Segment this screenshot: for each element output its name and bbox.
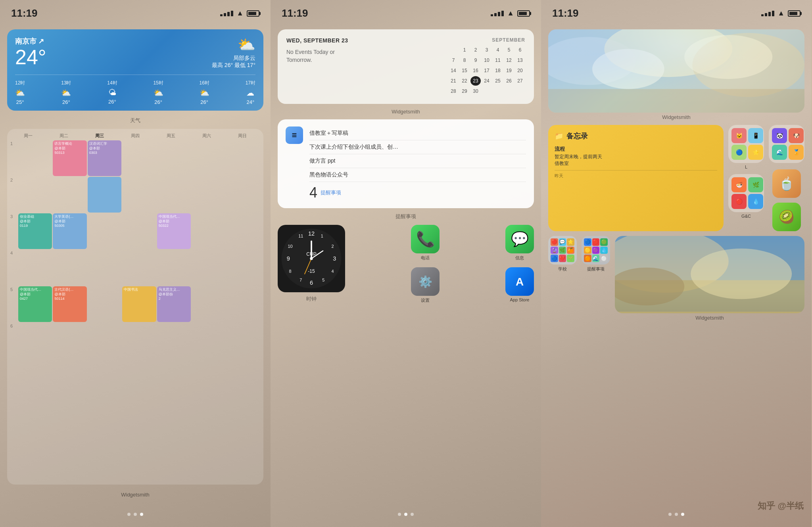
folder-L[interactable]: 🐱 📱 🔵 ⭐: [728, 125, 764, 163]
svg-text:2: 2: [331, 244, 334, 249]
messages-app-icon[interactable]: 💬 信息: [505, 225, 534, 261]
folder-reminders[interactable]: 🔵 🔴 🟢 🟡 🟣 💧 🟠 🌊 ⚪: [582, 236, 610, 264]
page-dot[interactable]: [675, 513, 678, 516]
weather-desc: 局部多云: [212, 55, 255, 62]
battery-icon-1: [247, 10, 259, 17]
page-dot-active[interactable]: [404, 513, 407, 516]
status-time-1: 11:19: [11, 7, 38, 19]
folder-L-label: L: [745, 165, 747, 169]
reminders-content: 借教室＋写草稿 下次课上介绍下创业小组成员、创… 做方言 ppt 黑色物语公众号…: [309, 126, 526, 201]
app-grid-col-right: 🐼 🐶 🌊 🏅 🍵 🥝: [769, 125, 804, 231]
svg-point-19: [310, 257, 313, 260]
notes-widget: 📁 备忘录 流程 暂定周末晚，提前两天借教室 昨天: [548, 125, 724, 231]
panel2-content: WED, SEPTEMBER 23 No Events Today orTomo…: [271, 24, 541, 503]
clock-label: 时钟: [306, 295, 317, 303]
panel1-content: 南京市 ↗ 24° ⛅ 局部多云 最高 26° 最低 17° 12时 ⛅ 25°: [0, 24, 271, 503]
svg-text:9: 9: [287, 255, 290, 262]
signal-icon-1: [220, 11, 233, 16]
watermark: 知乎 @半纸: [758, 500, 804, 512]
svg-text:10: 10: [288, 244, 293, 249]
bottom-painting-label: Widgetsmith: [615, 315, 804, 321]
ws-cal-month: SEPTEMBER: [446, 37, 525, 43]
weather-widget: 南京市 ↗ 24° ⛅ 局部多云 最高 26° 最低 17° 12时 ⛅ 25°: [7, 29, 263, 111]
table-row: 1 语言学概论@本部50313 汉语词汇学@本部0303: [10, 140, 260, 176]
notes-header: 📁 备忘录: [555, 131, 717, 141]
list-item: 做方言 ppt: [309, 154, 526, 168]
phone-panel-1: 11:19 ▲ 南京市 ↗ 24°: [0, 0, 271, 527]
ws-cal-left: WED, SEPTEMBER 23 No Events Today orTomo…: [286, 37, 440, 96]
wifi-icon-1: ▲: [236, 9, 244, 17]
single-app-icon-2[interactable]: 🥝: [772, 203, 801, 231]
weather-right: ⛅ 局部多云 最高 26° 最低 17°: [212, 36, 255, 69]
weather-hour-0: 12时 ⛅ 25°: [15, 80, 25, 105]
status-bar-3: 11:19 ▲: [541, 7, 812, 19]
page-dot[interactable]: [398, 513, 401, 516]
appstore-app-icon[interactable]: A App Store: [505, 267, 534, 302]
list-item: 流程 暂定周末晚，提前两天借教室: [555, 146, 717, 167]
page-dot[interactable]: [668, 513, 672, 516]
reminders-label-text: 提醒事项: [321, 189, 341, 196]
page-dots-2: [398, 513, 414, 516]
folder-right-top[interactable]: 🐼 🐶 🌊 🏅: [769, 125, 804, 163]
phone-panel-3: 11:19 ▲: [541, 0, 812, 527]
svg-text:3: 3: [333, 255, 336, 262]
clock-widget: 12 3 6 9 11 10 2 4 5 7 8 1 CUP: [278, 225, 345, 292]
page-dot[interactable]: [127, 513, 131, 516]
weather-hourly: 12时 ⛅ 25° 13时 ⛅ 26° 14时 🌤 26° 15时 ⛅: [15, 75, 255, 105]
page-dot-active[interactable]: [681, 513, 684, 516]
phone-icon: 📞: [411, 225, 440, 253]
timetable-body: 1 语言学概论@本部50313 汉语词汇学@本部0303 2: [10, 140, 260, 339]
settings-app-icon[interactable]: ⚙️ 设置: [411, 267, 440, 303]
svg-point-27: [684, 35, 772, 79]
single-app-icon[interactable]: 🍵: [772, 169, 801, 198]
phone-panel-2: 11:19 ▲ WED, SEPTEMBER 23 No Events Toda…: [271, 0, 541, 527]
reminders-widget: ≡ 借教室＋写草稿 下次课上介绍下创业小组成员、创… 做方言 ppt 黑色物语公…: [278, 119, 534, 208]
ws-cal-date: WED, SEPTEMBER 23: [286, 37, 440, 44]
table-row: 2: [10, 177, 260, 213]
app-grid-col: 🐱 📱 🔵 ⭐ L 🍜 🌿 🔴 💧 G&C: [728, 125, 764, 231]
signal-icon-3: [761, 11, 774, 16]
folder-GC[interactable]: 🍜 🌿 🔴 💧: [728, 174, 764, 212]
battery-icon-3: [788, 10, 800, 17]
status-bar-2: 11:19 ▲: [271, 7, 541, 19]
svg-point-31: [691, 249, 792, 299]
svg-rect-25: [548, 89, 804, 113]
timetable-label: Widgetsmith: [7, 492, 263, 498]
table-row: 3 创业基础@本部0119 大学英语(…@本部50305 中国现当代…@本部50…: [10, 213, 260, 249]
page-dot[interactable]: [411, 513, 414, 516]
panel3-content: Widgetsmith 📁 备忘录 流程 暂定周末晚，提前两天借教室 昨天: [541, 24, 812, 503]
phone-app-icon[interactable]: 📞 电话: [411, 225, 440, 261]
list-item: 黑色物语公众号: [309, 168, 526, 182]
svg-text:11: 11: [298, 234, 303, 238]
messages-label: 信息: [515, 255, 524, 261]
clock-face: 12 3 6 9 11 10 2 4 5 7 8 1 CUP: [278, 225, 345, 292]
status-icons-2: ▲: [491, 9, 530, 17]
messages-icon: 💬: [505, 225, 534, 253]
wifi-icon-3: ▲: [777, 9, 785, 17]
page-dots-3: [668, 513, 684, 516]
svg-point-26: [592, 49, 664, 89]
appstore-icon: A: [505, 267, 534, 296]
folder-school-label: 学校: [558, 266, 567, 272]
phone-label: 电话: [421, 255, 430, 261]
weather-hour-1: 13时 ⛅ 26°: [61, 80, 71, 105]
folder-school[interactable]: 🔴 💬 ⭐ 🔮 🌿 🍊 🔵 ❤️ 🌱: [548, 236, 577, 264]
table-row: 6: [10, 323, 260, 339]
table-row: 4: [10, 250, 260, 286]
ws-cal-today: 23: [470, 76, 481, 86]
svg-text:1: 1: [321, 234, 323, 238]
reminders-count-row: 4 提醒事项: [309, 182, 526, 201]
timetable-header: 周一 周二 周三 周四 周五 周六 周日: [10, 133, 260, 139]
status-icons-1: ▲: [220, 9, 259, 17]
page-dot-active[interactable]: [140, 513, 143, 516]
page-dots-1: [127, 513, 143, 516]
list-item: 借教室＋写草稿: [309, 126, 526, 140]
settings-icon: ⚙️: [411, 267, 440, 296]
reminders-widget-label: 提醒事项: [278, 213, 534, 220]
page-dot[interactable]: [134, 513, 137, 516]
ws-cal-no-events: No Events Today orTomorrow.: [286, 48, 440, 64]
weather-hour-3: 15时 ⛅ 26°: [153, 80, 163, 105]
weather-hour-2: 14时 🌤 26°: [107, 80, 117, 105]
svg-text:-15: -15: [308, 268, 315, 274]
notes-grid-row: 📁 备忘录 流程 暂定周末晚，提前两天借教室 昨天 🐱 📱 🔵: [548, 125, 804, 231]
